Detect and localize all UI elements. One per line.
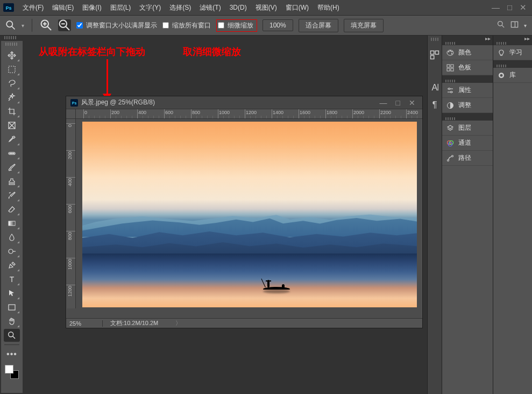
main-panel-column: ▸▸ 颜色 色板 属性 调整 图层 通道 路径 (442, 36, 493, 394)
svg-rect-23 (9, 221, 15, 226)
dodge-tool[interactable] (4, 245, 20, 258)
document-status-bar: 25% 文档:10.2M/10.2M 〉 (66, 318, 422, 328)
svg-rect-33 (435, 51, 438, 54)
libraries-panel-tab[interactable]: 库 (493, 68, 532, 83)
svg-point-28 (9, 332, 13, 337)
channels-panel-tab[interactable]: 通道 (442, 136, 493, 151)
doc-minimize-button[interactable]: — (377, 99, 390, 107)
menu-help[interactable]: 帮助(H) (313, 1, 344, 15)
foreground-background-colors[interactable] (4, 365, 20, 380)
current-tool-icon[interactable] (5, 20, 16, 31)
menu-type[interactable]: 文字(Y) (135, 1, 165, 15)
menu-edit[interactable]: 编辑(E) (48, 1, 78, 15)
brush-tool[interactable] (4, 161, 20, 174)
fill-screen-button[interactable]: 填充屏幕 (344, 19, 384, 32)
blur-tool[interactable] (4, 231, 20, 244)
tools-panel: T ••• (1, 41, 23, 393)
fit-screen-button[interactable]: 适合屏幕 (299, 19, 338, 32)
zoom-tool[interactable] (4, 329, 20, 342)
move-tool[interactable] (4, 49, 20, 62)
zoom-all-input[interactable] (162, 22, 169, 29)
zoom-level-field[interactable]: 25% (66, 320, 103, 327)
menu-image[interactable]: 图像(I) (78, 1, 105, 15)
magic-wand-tool[interactable] (4, 91, 20, 104)
document-title-bar[interactable]: Ps 风景.jpeg @ 25%(RGB/8) — □ ✕ (66, 96, 422, 109)
path-select-tool[interactable] (4, 287, 20, 300)
properties-panel-tab[interactable]: 属性 (442, 83, 493, 98)
menu-file[interactable]: 文件(F) (18, 1, 48, 15)
character-panel-icon[interactable]: A (429, 82, 440, 93)
strip-grip[interactable] (431, 38, 438, 41)
panel-collapse-arrows[interactable]: ▸▸ (485, 36, 491, 41)
vertical-ruler[interactable]: 020040060080010001200 (66, 119, 76, 308)
close-button[interactable]: ✕ (520, 3, 527, 12)
doc-maximize-button[interactable]: □ (393, 99, 403, 107)
crop-tool[interactable] (4, 105, 20, 118)
menu-layer[interactable]: 图层(L) (106, 1, 136, 15)
menu-filter[interactable]: 滤镜(T) (195, 1, 225, 15)
menu-view[interactable]: 视图(V) (251, 1, 281, 15)
resize-fit-input[interactable] (76, 22, 83, 29)
paragraph-panel-icon[interactable]: ¶ (429, 99, 440, 110)
workspace-menu-arrow[interactable]: ▾ (524, 23, 527, 29)
zoom-100-button[interactable]: 100% (263, 19, 293, 31)
foreground-color-swatch[interactable] (5, 365, 13, 374)
doc-info-menu-arrow[interactable]: 〉 (175, 319, 181, 327)
search-icon[interactable] (497, 20, 505, 30)
canvas-area: 从吸附在标签栏向下拖动 取消细微缩放 Ps 风景.jpeg @ 25%(RGB/… (23, 41, 427, 394)
svg-line-12 (502, 25, 504, 27)
type-tool[interactable]: T (4, 273, 20, 286)
maximize-button[interactable]: □ (507, 3, 512, 12)
eraser-tool[interactable] (4, 203, 20, 216)
edit-toolbar-button[interactable]: ••• (4, 348, 20, 361)
gradient-tool[interactable] (4, 217, 20, 230)
svg-text:¶: ¶ (432, 100, 437, 109)
workspace-switcher-icon[interactable] (510, 20, 519, 30)
scrubby-zoom-input[interactable] (218, 22, 224, 29)
swatches-panel-tab[interactable]: 色板 (442, 60, 493, 75)
horizontal-ruler[interactable]: 0200400600800100012001400160018002000220… (76, 109, 422, 119)
history-panel-icon[interactable] (429, 50, 440, 60)
color-panel-tab[interactable]: 颜色 (442, 45, 493, 60)
svg-text:T: T (10, 275, 15, 284)
tab-bar-grip[interactable] (4, 36, 17, 39)
resize-fit-checkbox[interactable]: 调整窗口大小以满屏显示 (76, 21, 157, 30)
panel-collapse-arrows-2[interactable]: ▸▸ (524, 36, 530, 41)
svg-point-48 (449, 88, 450, 89)
menu-3d[interactable]: 3D(D) (225, 2, 251, 13)
adjustments-panel-label: 调整 (458, 101, 471, 110)
svg-point-39 (448, 51, 449, 52)
zoom-out-button[interactable] (58, 19, 71, 31)
healing-brush-tool[interactable] (4, 147, 20, 160)
tools-panel-grip[interactable] (5, 43, 18, 46)
document-info-text[interactable]: 文档:10.2M/10.2M (103, 319, 158, 327)
tool-menu-arrow[interactable]: ▾ (22, 23, 24, 29)
menu-select[interactable]: 选择(S) (165, 1, 195, 15)
pen-tool[interactable] (4, 259, 20, 272)
minimize-button[interactable]: — (492, 3, 500, 12)
svg-rect-15 (9, 66, 15, 73)
history-brush-tool[interactable] (4, 189, 20, 202)
doc-close-button[interactable]: ✕ (406, 99, 418, 107)
image-viewport[interactable] (76, 119, 422, 308)
scrubby-zoom-checkbox[interactable]: 细微缩放 (218, 21, 253, 30)
right-panel-zone: A ¶ ▸▸ 颜色 色板 属性 调整 图层 通道 路径 ▸▸ 学习 库 (427, 36, 532, 394)
ruler-origin[interactable] (66, 109, 76, 119)
collapsed-panel-strip: A ¶ (427, 36, 442, 394)
lasso-tool[interactable] (4, 77, 20, 90)
hand-tool[interactable] (4, 315, 20, 328)
clone-stamp-tool[interactable] (4, 175, 20, 188)
menu-window[interactable]: 窗口(W) (281, 1, 313, 15)
eyedropper-tool[interactable] (4, 133, 20, 146)
frame-tool[interactable] (4, 119, 20, 132)
zoom-in-button[interactable] (40, 19, 53, 31)
document-window[interactable]: Ps 风景.jpeg @ 25%(RGB/8) — □ ✕ 0200400600… (66, 96, 423, 328)
zoom-all-checkbox[interactable]: 缩放所有窗口 (162, 21, 211, 30)
layers-panel-tab[interactable]: 图层 (442, 121, 493, 136)
paths-panel-tab[interactable]: 路径 (442, 151, 493, 166)
learn-panel-tab[interactable]: 学习 (493, 45, 532, 60)
adjustments-panel-tab[interactable]: 调整 (442, 98, 493, 113)
svg-rect-45 (447, 68, 450, 71)
rectangle-tool[interactable] (4, 301, 20, 314)
marquee-tool[interactable] (4, 63, 20, 76)
